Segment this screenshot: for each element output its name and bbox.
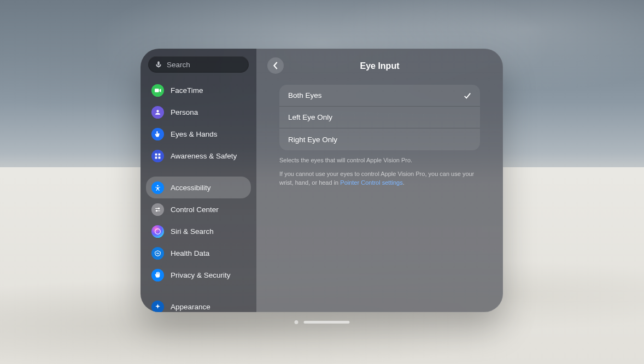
main-header: Eye Input [267, 56, 492, 76]
option-label: Right Eye Only [288, 136, 337, 144]
sidebar-item-label: Eyes & Hands [171, 130, 218, 138]
checkmark-icon [464, 92, 471, 99]
page-indicator [295, 320, 350, 324]
health-icon [151, 247, 164, 260]
search-input[interactable] [167, 61, 259, 69]
sidebar-item-persona[interactable]: Persona [146, 101, 251, 123]
sparkle-icon [151, 301, 164, 313]
sidebar-gap [146, 167, 251, 177]
sidebar-item-label: Health Data [171, 249, 209, 257]
hand-raised-icon [151, 269, 164, 281]
option-right-eye-only[interactable]: Right Eye Only [279, 128, 480, 150]
sidebar-gap [146, 286, 251, 296]
chevron-left-icon [273, 62, 278, 69]
grid-icon [151, 150, 164, 162]
sidebar-item-label: Persona [171, 108, 198, 116]
hand-point-icon [151, 128, 164, 140]
sidebar-item-health[interactable]: Health Data [146, 242, 251, 264]
sidebar-item-eyes-hands[interactable]: Eyes & Hands [146, 123, 251, 145]
siri-icon [151, 225, 164, 238]
microphone-icon [155, 61, 162, 68]
sidebar-item-label: Awareness & Safety [171, 152, 237, 160]
sidebar-item-awareness[interactable]: Awareness & Safety [146, 145, 251, 167]
switches-icon [151, 203, 164, 216]
accessibility-icon [151, 181, 164, 194]
sidebar-item-label: FaceTime [171, 86, 203, 95]
back-button[interactable] [267, 57, 284, 74]
svg-point-0 [157, 185, 159, 186]
option-both-eyes[interactable]: Both Eyes [279, 85, 480, 107]
sidebar-item-label: Privacy & Security [171, 271, 231, 279]
sidebar-item-appearance[interactable]: Appearance [146, 296, 251, 312]
sidebar-item-facetime[interactable]: FaceTime [146, 79, 251, 101]
sidebar-item-accessibility[interactable]: Accessibility [146, 177, 251, 198]
search-field[interactable] [148, 56, 249, 73]
sidebar-item-label: Accessibility [171, 184, 211, 192]
footer-line-1: Selects the eyes that will control Apple… [279, 156, 480, 165]
eye-input-options: Both EyesLeft Eye OnlyRight Eye Only [279, 85, 480, 150]
option-label: Both Eyes [288, 91, 322, 99]
sidebar: FaceTimePersonaEyes & HandsAwareness & S… [140, 49, 256, 312]
option-left-eye-only[interactable]: Left Eye Only [279, 107, 480, 128]
sidebar-item-siri[interactable]: Siri & Search [146, 220, 251, 242]
sidebar-nav: FaceTimePersonaEyes & HandsAwareness & S… [145, 79, 252, 312]
option-label: Left Eye Only [288, 113, 332, 121]
sidebar-item-label: Control Center [171, 206, 219, 214]
page-dot[interactable] [295, 320, 298, 324]
settings-window: FaceTimePersonaEyes & HandsAwareness & S… [140, 49, 503, 312]
sidebar-item-privacy[interactable]: Privacy & Security [146, 264, 251, 286]
person-icon [151, 106, 164, 119]
main-panel: Eye Input Both EyesLeft Eye OnlyRight Ey… [256, 49, 503, 312]
svg-point-1 [155, 228, 161, 234]
home-indicator[interactable] [304, 321, 350, 324]
pointer-control-link[interactable]: Pointer Control settings [340, 179, 402, 186]
sidebar-item-control-center[interactable]: Control Center [146, 198, 251, 220]
footer-text-after: . [403, 179, 405, 186]
sidebar-item-label: Siri & Search [171, 227, 214, 236]
page-title: Eye Input [360, 61, 399, 71]
footer-line-2: If you cannot use your eyes to control A… [279, 169, 480, 187]
sidebar-item-label: Appearance [171, 303, 210, 311]
video-icon [151, 84, 164, 97]
